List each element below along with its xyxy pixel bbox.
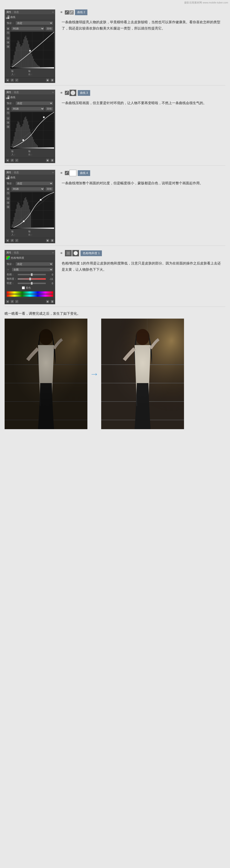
svg-rect-52 bbox=[16, 124, 17, 149]
curve-canvas-4 bbox=[10, 192, 54, 229]
panel-tab-attr-3[interactable]: 属性 bbox=[6, 91, 11, 94]
preset-label-3: 预设： bbox=[7, 101, 14, 105]
eye1-3[interactable]: ⊙ bbox=[6, 117, 10, 120]
eyedropper-btn3[interactable]: ⊗ bbox=[6, 45, 10, 49]
panel-collapse-hs[interactable]: » bbox=[52, 251, 53, 254]
eye3-4[interactable]: ⊗ bbox=[6, 205, 10, 209]
eye1-4[interactable]: ⊙ bbox=[6, 197, 10, 200]
auto-btn-4[interactable]: 自动 bbox=[45, 187, 53, 191]
preset-select[interactable]: 自定 bbox=[15, 21, 53, 25]
panel-main-4: ◆ ✎ ⊙ ⊕ ⊗ RGB 自动 bbox=[6, 186, 54, 237]
svg-rect-105 bbox=[30, 213, 31, 229]
svg-rect-89 bbox=[15, 213, 15, 229]
point-tool-btn[interactable]: ◆ bbox=[6, 27, 10, 30]
trash-btn[interactable]: 🗑 bbox=[50, 78, 54, 82]
hs-channel-select[interactable]: 全图 bbox=[12, 268, 53, 272]
node-tool-btn[interactable]: ◈ bbox=[6, 78, 9, 82]
eye-btn-3[interactable]: ◉ bbox=[46, 158, 49, 162]
hs-light-thumb[interactable] bbox=[31, 282, 33, 285]
trash-btn-4[interactable]: 🗑 bbox=[50, 239, 54, 242]
panel-header-left-4: 属性 | 信息 bbox=[6, 171, 19, 174]
curve-icon-4 bbox=[6, 176, 9, 179]
layer-eye-3[interactable]: 👁 bbox=[59, 91, 64, 95]
svg-rect-62 bbox=[27, 119, 27, 149]
expand-btn-4[interactable]: ⤢ bbox=[15, 239, 18, 242]
input-label: 输入： bbox=[11, 69, 18, 76]
reset-btn-4[interactable]: ↺ bbox=[10, 239, 14, 242]
eye3-3[interactable]: ⊗ bbox=[6, 125, 10, 128]
eye2-4[interactable]: ⊕ bbox=[6, 201, 10, 205]
eyedropper-btn2[interactable]: ⊕ bbox=[6, 40, 10, 44]
hs-hue-row: 色相： 0 bbox=[6, 272, 54, 277]
panel-tab-info-3[interactable]: 信息 bbox=[14, 91, 19, 94]
preset-label: 预设： bbox=[7, 22, 14, 25]
hs-preset-select[interactable]: 自定 bbox=[15, 262, 53, 266]
svg-rect-122 bbox=[5, 318, 87, 429]
hs-hue-thumb[interactable] bbox=[31, 273, 33, 276]
text-col-hs: 色相/饱和度 1的作用是让皮肤的饱和度降低，注意只是皮肤的部分。因为在前面的操作… bbox=[59, 259, 225, 274]
photo-before bbox=[5, 318, 87, 429]
panel-tab-info-hs[interactable]: 信息 bbox=[14, 251, 19, 254]
pencil-tool-btn[interactable]: ✎ bbox=[6, 31, 10, 35]
svg-rect-60 bbox=[25, 118, 25, 149]
channel-select[interactable]: RGB bbox=[11, 27, 44, 31]
auto-btn-3[interactable]: 自动 bbox=[45, 107, 53, 111]
hs-colorize-checkbox[interactable] bbox=[22, 286, 25, 289]
hs-hue-slider[interactable] bbox=[18, 274, 46, 275]
eye-btn-hs[interactable]: ◉ bbox=[46, 300, 49, 303]
layer-icon2 bbox=[70, 10, 74, 14]
hs-sat-thumb[interactable] bbox=[29, 278, 31, 280]
layer-name-hs: 色相/饱和度 1 bbox=[80, 250, 102, 256]
huesat-header: 色相/饱和度 bbox=[5, 255, 55, 260]
svg-rect-67 bbox=[31, 134, 32, 149]
panel-tab-attr[interactable]: 属性 bbox=[6, 10, 11, 14]
point-tool-4[interactable]: ◆ bbox=[6, 187, 10, 191]
layer-eye-4[interactable]: 👁 bbox=[59, 171, 64, 175]
point-tool-3[interactable]: ◆ bbox=[6, 107, 10, 111]
panel-tab-info[interactable]: 信息 bbox=[14, 10, 19, 14]
node-tool-3[interactable]: ◈ bbox=[6, 158, 9, 162]
expand-btn-3[interactable]: ⤢ bbox=[15, 158, 18, 162]
node-tool-hs[interactable]: ◈ bbox=[6, 300, 9, 303]
section-curve4: 属性 | 信息 » 曲线 预设： 自定 ◆ ✎ ⊙ ⊕ bbox=[0, 166, 230, 246]
eyedropper-btn1[interactable]: ⊙ bbox=[6, 36, 10, 40]
eye-btn-4[interactable]: ◉ bbox=[46, 239, 49, 242]
preset-select-4[interactable]: 自定 bbox=[15, 181, 53, 185]
panel-tab-info-4[interactable]: 信息 bbox=[14, 171, 19, 174]
hs-sat-slider[interactable] bbox=[18, 278, 46, 280]
reset-btn-3[interactable]: ↺ bbox=[10, 158, 14, 162]
panel-collapse-4[interactable]: » bbox=[52, 171, 53, 174]
channel-select-4[interactable]: RGB bbox=[11, 187, 44, 191]
trash-btn-hs[interactable]: 🗑 bbox=[50, 300, 54, 303]
panel-main-3: ◆ ✎ ⊙ ⊕ ⊗ RGB 自动 bbox=[6, 106, 54, 157]
svg-rect-69 bbox=[33, 140, 34, 149]
huesat-icon bbox=[6, 256, 10, 259]
svg-rect-10 bbox=[14, 55, 14, 68]
auto-btn[interactable]: 自动 bbox=[45, 27, 53, 31]
pencil-tool-3[interactable]: ✎ bbox=[6, 111, 10, 115]
svg-rect-17 bbox=[21, 46, 21, 68]
expand-btn-hs[interactable]: ⤢ bbox=[15, 300, 18, 303]
pencil-tool-4[interactable]: ✎ bbox=[6, 191, 10, 195]
svg-rect-59 bbox=[24, 120, 24, 149]
eye2-3[interactable]: ⊕ bbox=[6, 121, 10, 124]
panel-body-3: 预设： 自定 ◆ ✎ ⊙ ⊕ ⊗ RGB bbox=[5, 99, 55, 158]
layer-eye-hs[interactable]: 👁 bbox=[59, 251, 64, 255]
expand-btn[interactable]: ⤢ bbox=[15, 78, 18, 82]
reset-btn[interactable]: ↺ bbox=[10, 78, 14, 82]
layer-visibility-eye[interactable]: 👁 bbox=[59, 10, 64, 14]
section-text-3: 一条曲线压暗画面，但主要是针对环境的，让人物不要再变暗啦，不然上一条曲线会很生气… bbox=[62, 101, 206, 105]
panel-tab-attr-4[interactable]: 属性 bbox=[6, 171, 11, 174]
channel-select-3[interactable]: RGB bbox=[11, 107, 44, 111]
hs-light-slider[interactable] bbox=[18, 283, 46, 284]
panel-tab-attr-hs[interactable]: 属性 bbox=[6, 251, 11, 254]
node-tool-4[interactable]: ◈ bbox=[6, 239, 9, 242]
hs-colorize-label: 着色 bbox=[26, 286, 31, 289]
preset-select-3[interactable]: 自定 bbox=[15, 101, 53, 105]
panel-collapse-btn-3[interactable]: » bbox=[52, 91, 53, 94]
trash-btn-3[interactable]: 🗑 bbox=[50, 158, 54, 162]
eye-tool-btn[interactable]: ◉ bbox=[46, 78, 49, 82]
curve-title-4: 曲线 bbox=[10, 176, 54, 179]
reset-btn-hs[interactable]: ↺ bbox=[10, 300, 14, 303]
panel-collapse-btn[interactable]: » bbox=[52, 11, 53, 13]
